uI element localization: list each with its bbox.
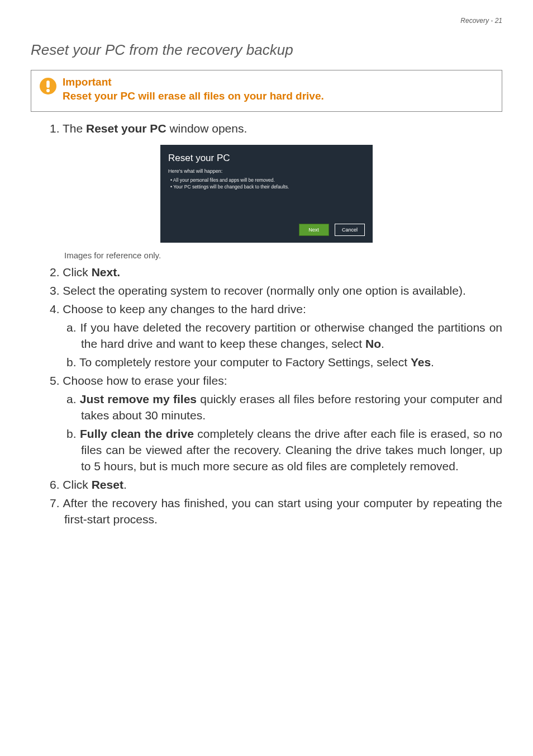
- section-title: Reset your PC from the recovery backup: [31, 41, 502, 59]
- step-2-bold: Next.: [92, 266, 120, 278]
- step-4-text: 4. Choose to keep any changes to the har…: [50, 303, 306, 315]
- next-button[interactable]: Next: [299, 224, 329, 236]
- step-5-substeps: a. Just remove my files quickly erases a…: [64, 391, 502, 475]
- dialog-button-row: Next Cancel: [168, 224, 365, 236]
- step-5a-pre: a.: [66, 393, 80, 405]
- step-5-text: 5. Choose how to erase your files:: [50, 374, 227, 387]
- step-1-pre: 1. The: [50, 122, 86, 135]
- dialog-subtitle: Here's what will happen:: [168, 168, 365, 174]
- step-6: 6. Click Reset.: [64, 477, 502, 493]
- note-title: Important: [63, 76, 494, 88]
- dialog-title: Reset your PC: [168, 153, 365, 164]
- dialog-bullet-1: • All your personal files and apps will …: [170, 177, 365, 184]
- step-5b-bold: Fully clean the drive: [80, 427, 194, 440]
- svg-rect-1: [46, 81, 50, 88]
- step-4a-bold: No: [365, 337, 381, 350]
- step-4b-bold: Yes: [411, 356, 431, 368]
- step-4-substeps: a. If you have deleted the recovery part…: [64, 320, 502, 371]
- step-4b: b. To completely restore your computer t…: [81, 355, 502, 371]
- step-2-pre: 2. Click: [50, 266, 92, 278]
- alert-icon: [39, 76, 57, 97]
- step-2: 2. Click Next.: [64, 264, 502, 281]
- step-4b-pre: b. To completely restore your computer t…: [66, 356, 411, 368]
- step-4a-post: .: [381, 337, 384, 350]
- step-4: 4. Choose to keep any changes to the har…: [64, 301, 502, 371]
- step-5b: b. Fully clean the drive completely clea…: [81, 426, 502, 475]
- cancel-button[interactable]: Cancel: [335, 224, 365, 236]
- step-6-pre: 6. Click: [50, 478, 92, 491]
- step-4a: a. If you have deleted the recovery part…: [81, 320, 502, 352]
- step-4a-pre: a. If you have deleted the recovery part…: [66, 321, 502, 350]
- step-6-bold: Reset: [92, 478, 123, 491]
- dialog-bullet-2: • Your PC settings will be changed back …: [170, 184, 365, 191]
- reset-pc-dialog: Reset your PC Here's what will happen: •…: [160, 145, 373, 243]
- step-6-post: .: [123, 478, 127, 491]
- step-5a-bold: Just remove my files: [80, 393, 197, 405]
- important-note-box: Important Reset your PC will erase all f…: [31, 70, 502, 112]
- step-1: 1. The Reset your PC window opens.: [64, 121, 502, 137]
- step-1-post: window opens.: [166, 122, 248, 135]
- dialog-bullets: • All your personal files and apps will …: [170, 177, 365, 191]
- step-3: 3. Select the operating system to recove…: [64, 283, 502, 299]
- images-reference-note: Images for reference only.: [64, 251, 502, 260]
- steps-list: 1. The Reset your PC window opens.: [31, 121, 502, 137]
- steps-list-continued: 2. Click Next. 3. Select the operating s…: [31, 264, 502, 528]
- step-5b-pre: b.: [66, 427, 80, 440]
- step-1-bold: Reset your PC: [86, 122, 166, 135]
- step-5: 5. Choose how to erase your files: a. Ju…: [64, 373, 502, 475]
- step-4b-post: .: [431, 356, 434, 368]
- note-body: Reset your PC will erase all files on yo…: [63, 89, 494, 103]
- step-7: 7. After the recovery has finished, you …: [64, 495, 502, 528]
- step-5a: a. Just remove my files quickly erases a…: [81, 391, 502, 424]
- svg-point-2: [46, 89, 50, 92]
- page-header-right: Recovery - 21: [31, 17, 502, 25]
